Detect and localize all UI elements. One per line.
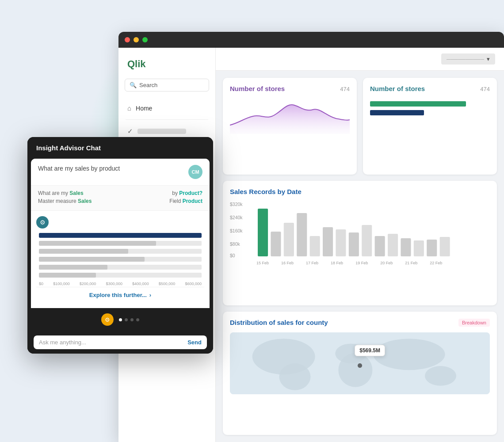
- bar-fill-0: [39, 233, 202, 238]
- dot-2[interactable]: [125, 318, 128, 321]
- sidebar-item-home[interactable]: ⌂ Home: [118, 100, 215, 116]
- chat-input-placeholder[interactable]: Ask me anything...: [39, 339, 184, 346]
- chat-body: What are my sales by product CM What are…: [31, 159, 210, 308]
- send-button[interactable]: Send: [187, 339, 202, 346]
- svg-rect-7: [284, 223, 294, 256]
- bar-track-5: [39, 273, 202, 278]
- bar-chart-container: $320k $240k $160k $80k $0: [230, 201, 490, 265]
- chat-chart-area: ⚙: [31, 211, 210, 308]
- dot-3[interactable]: [130, 318, 134, 321]
- x-axis-labels: 15 Feb 16 Feb 17 Feb 18 Feb 19 Feb 20 Fe…: [230, 261, 490, 265]
- svg-rect-14: [375, 236, 385, 256]
- analysis-row-1: What are my Sales by Product?: [38, 190, 202, 196]
- dot-4[interactable]: [136, 318, 139, 321]
- svg-rect-12: [349, 232, 359, 256]
- bar-row-5: [39, 273, 202, 278]
- bar-track-1: [39, 241, 202, 246]
- stores-bar-chart: [370, 101, 490, 115]
- close-button-icon[interactable]: [125, 37, 130, 42]
- widget-stores-bars: Number of stores 474: [363, 78, 497, 175]
- maximize-button-icon[interactable]: [142, 37, 148, 42]
- user-avatar: CM: [188, 165, 202, 179]
- bar-fill-2: [39, 249, 128, 254]
- axis-4: $400,000: [132, 282, 149, 286]
- explore-further-link[interactable]: Explore this further... ›: [36, 287, 204, 303]
- x-label-19feb: 19 Feb: [355, 261, 368, 265]
- bar-track-2: [39, 249, 202, 254]
- bar-fill-5: [39, 273, 96, 278]
- widget-distribution-title: Distribution of sales for county: [230, 319, 328, 326]
- svg-rect-6: [271, 232, 281, 256]
- svg-rect-10: [323, 227, 333, 256]
- analysis-sales-2: Sales: [78, 198, 92, 204]
- widget-stores-bars-header: Number of stores 474: [370, 85, 490, 94]
- home-icon: ⌂: [127, 104, 131, 112]
- bar-blue: [370, 110, 424, 115]
- chat-query-bubble: What are my sales by product CM: [31, 159, 210, 186]
- bar-row-0: [39, 233, 202, 238]
- axis-5: $500,000: [159, 282, 176, 286]
- analysis-row-1-left: What are my Sales: [38, 190, 84, 196]
- x-label-18feb: 18 Feb: [331, 261, 343, 265]
- chat-dots-nav: ⚙: [27, 308, 213, 331]
- x-label-17feb: 17 Feb: [306, 261, 318, 265]
- sidebar-item-placeholder-1: [137, 129, 186, 134]
- analysis-row-2: Master measure Sales Field Product: [38, 198, 202, 204]
- svg-text:$160k: $160k: [230, 229, 243, 233]
- sidebar-item-label: Home: [136, 105, 152, 112]
- bar-track-3: [39, 257, 202, 262]
- svg-rect-8: [297, 213, 307, 256]
- svg-text:$0: $0: [230, 253, 235, 258]
- analysis-product-2: Product: [183, 198, 202, 204]
- browser-titlebar: [118, 32, 504, 48]
- bar-axis: $0 $100,000 $200,000 $300,000 $400,000 $…: [39, 281, 202, 287]
- search-input[interactable]: Search: [139, 82, 204, 88]
- qlik-logo: Qlik: [118, 55, 215, 79]
- insight-advisor-icon: ⚙: [101, 313, 114, 326]
- svg-rect-5: [258, 209, 268, 256]
- sidebar-divider-1: [126, 119, 208, 120]
- axis-0: $0: [39, 282, 43, 286]
- svg-rect-15: [388, 234, 398, 256]
- analysis-row-2-right: Field Product: [169, 198, 202, 204]
- axis-2: $200,000: [80, 282, 96, 286]
- chevron-down-icon: ▾: [487, 56, 490, 62]
- analysis-row-1-right: by Product?: [172, 190, 202, 196]
- map-tooltip: $569.5M: [355, 345, 385, 356]
- svg-rect-18: [427, 240, 437, 256]
- breakdown-badge: Breakdown: [458, 319, 490, 327]
- app-selector-dropdown[interactable]: ────────── ▾: [441, 53, 495, 65]
- dashboard-grid: Number of stores 474: [216, 71, 504, 442]
- chat-footer: Ask me anything... Send: [27, 331, 213, 354]
- minimize-button-icon[interactable]: [134, 37, 139, 42]
- widget-stores-bars-title: Number of stores: [370, 85, 425, 92]
- bar-fill-1: [39, 241, 156, 246]
- search-box[interactable]: 🔍 Search: [125, 79, 209, 91]
- svg-rect-9: [310, 236, 320, 256]
- app-selector-label: ──────────: [447, 56, 484, 62]
- area-chart: [230, 99, 350, 134]
- svg-text:$80k: $80k: [230, 242, 241, 247]
- explore-link-text: Explore this further...: [89, 292, 147, 298]
- widget-sales-title: Sales Records by Date: [230, 188, 302, 195]
- svg-rect-19: [440, 237, 450, 256]
- analysis-product-1: Product?: [179, 190, 202, 196]
- dot-1[interactable]: [119, 318, 122, 321]
- svg-point-27: [358, 363, 362, 368]
- chart-icon-row: ⚙: [36, 216, 204, 229]
- chat-input-row[interactable]: Ask me anything... Send: [34, 335, 207, 349]
- analysis-sales-1: Sales: [69, 190, 83, 196]
- widget-sales-date: Sales Records by Date $320k $240k $160k …: [223, 181, 497, 306]
- svg-rect-13: [362, 225, 372, 256]
- widget-stores-bars-value: 474: [480, 86, 490, 92]
- x-label-21feb: 21 Feb: [405, 261, 417, 265]
- widget-stores-area-title: Number of stores: [230, 85, 285, 92]
- bar-track-4: [39, 265, 202, 270]
- svg-rect-16: [401, 238, 411, 256]
- search-icon: 🔍: [130, 82, 137, 88]
- main-content: ────────── ▾ Number of stores 474: [216, 48, 504, 442]
- bar-fill-3: [39, 257, 145, 262]
- x-label-20feb: 20 Feb: [380, 261, 393, 265]
- bar-row-1: [39, 241, 202, 246]
- x-label-15feb: 15 Feb: [256, 261, 269, 265]
